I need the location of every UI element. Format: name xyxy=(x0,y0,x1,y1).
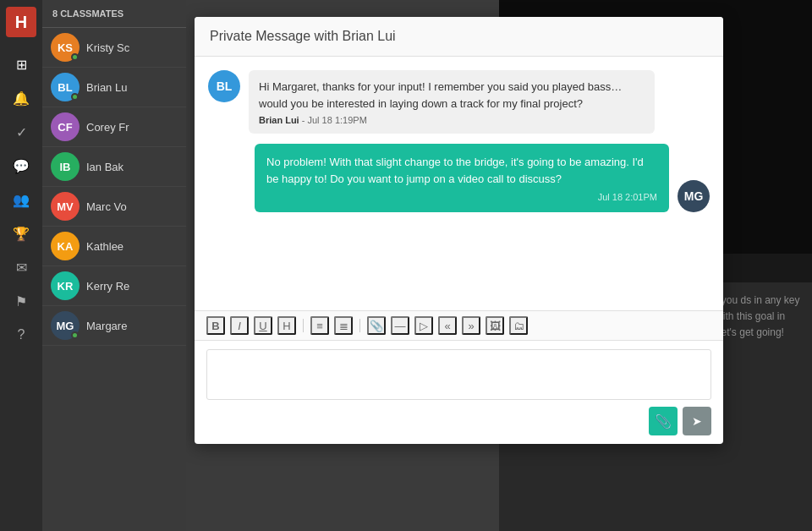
main-content: CC 🔊 ⚙ ⛶ n an ensemble e ability to play… xyxy=(186,0,812,531)
classmate-item-marc[interactable]: MVMarc Vo xyxy=(42,187,186,227)
ordered-list-button[interactable]: ≣ xyxy=(334,316,353,335)
logo-letter: H xyxy=(15,13,27,32)
home-nav-icon[interactable]: ⊞ xyxy=(6,49,36,79)
outgoing-avatar: MG xyxy=(678,180,710,212)
hr-button[interactable]: — xyxy=(391,316,409,335)
pm-formatting-toolbar: B I U H ≡ ≣ 📎 — ▷ « » 🖼 🗂 xyxy=(195,310,723,341)
mail-nav-icon[interactable]: ✉ xyxy=(6,252,36,282)
classmate-item-kathleen[interactable]: KAKathlee xyxy=(42,227,186,266)
classmate-name-kristy: Kristy Sc xyxy=(86,41,129,54)
bullet-list-button[interactable]: ≡ xyxy=(310,316,329,335)
classmate-item-brian[interactable]: BLBrian Lu xyxy=(42,68,186,107)
avatar-wrap-margaret: MG xyxy=(51,311,80,340)
avatar-marc: MV xyxy=(51,192,80,221)
pm-input-area: 📎 ➤ xyxy=(195,341,723,444)
flag-nav-icon[interactable]: ⚑ xyxy=(6,286,36,316)
toolbar-separator-1 xyxy=(303,319,304,332)
notifications-nav-icon[interactable]: 🔔 xyxy=(6,83,36,113)
indent-left-button[interactable]: « xyxy=(438,316,457,335)
left-nav: H ⊞ 🔔 ✓ 💬 👥 🏆 ✉ ⚑ ? xyxy=(0,0,42,531)
incoming-bubble: Hi Margaret, thanks for your input! I re… xyxy=(249,70,655,134)
classmate-name-kerry: Kerry Re xyxy=(86,280,129,293)
online-indicator-brian xyxy=(71,93,79,101)
incoming-date: Jul 18 xyxy=(307,115,332,125)
outgoing-message-meta: Jul 18 2:01PM xyxy=(266,192,657,202)
classmate-item-corey[interactable]: CFCorey Fr xyxy=(42,107,186,147)
classmate-name-corey: Corey Fr xyxy=(86,121,129,134)
avatar-ian: IB xyxy=(51,152,80,181)
pm-modal-title: Private Message with Brian Lui xyxy=(210,29,396,43)
avatar-wrap-corey: CF xyxy=(51,112,80,141)
classmates-list: KSKristy ScBLBrian LuCFCorey FrIBIan Bak… xyxy=(42,28,186,346)
incoming-message: BL Hi Margaret, thanks for your input! I… xyxy=(208,70,710,134)
incoming-time: 1:19PM xyxy=(335,115,367,125)
avatar-corey: CF xyxy=(51,112,80,141)
avatar-wrap-kerry: KR xyxy=(51,271,80,300)
pm-modal-header: Private Message with Brian Lui xyxy=(195,17,723,57)
check-nav-icon[interactable]: ✓ xyxy=(6,117,36,147)
image-button[interactable]: 🖼 xyxy=(486,316,504,335)
italic-button[interactable]: I xyxy=(230,316,249,335)
avatar-wrap-brian: BL xyxy=(51,73,80,101)
outgoing-message-text: No problem! With that slight change to t… xyxy=(266,154,657,187)
play-button[interactable]: ▷ xyxy=(414,316,433,335)
classmate-item-margaret[interactable]: MGMargare xyxy=(42,306,186,346)
help-nav-icon[interactable]: ? xyxy=(6,320,36,350)
chat-nav-icon[interactable]: 💬 xyxy=(6,151,36,181)
underline-button[interactable]: U xyxy=(254,316,272,335)
avatar-wrap-kristy: KS xyxy=(51,33,80,62)
classmate-name-ian: Ian Bak xyxy=(86,161,123,173)
classmate-item-ian[interactable]: IBIan Bak xyxy=(42,147,186,187)
online-indicator-kristy xyxy=(71,53,79,61)
avatar-wrap-marc: MV xyxy=(51,192,80,221)
sidebar-header: 8 CLASSMATES xyxy=(42,0,186,28)
folder-button[interactable]: 🗂 xyxy=(509,316,528,335)
bold-button[interactable]: B xyxy=(206,316,225,335)
indent-right-button[interactable]: » xyxy=(462,316,480,335)
avatar-kerry: KR xyxy=(51,271,80,300)
heading-button[interactable]: H xyxy=(277,316,296,335)
incoming-message-text: Hi Margaret, thanks for your input! I re… xyxy=(259,79,645,112)
avatar-wrap-ian: IB xyxy=(51,152,80,181)
toolbar-separator-2 xyxy=(359,319,360,332)
sender-avatar: BL xyxy=(208,70,240,102)
group-nav-icon[interactable]: 👥 xyxy=(6,184,36,215)
classmate-name-kathleen: Kathlee xyxy=(86,240,123,253)
avatar-kathleen: KA xyxy=(51,232,80,260)
attach-button[interactable]: 📎 xyxy=(649,407,678,435)
classmate-item-kerry[interactable]: KRKerry Re xyxy=(42,266,186,306)
send-button[interactable]: ➤ xyxy=(683,407,711,435)
classmate-name-marc: Marc Vo xyxy=(86,200,127,213)
online-indicator-margaret xyxy=(71,331,79,339)
pm-message-input[interactable] xyxy=(206,349,711,400)
avatar-wrap-kathleen: KA xyxy=(51,232,80,260)
classmate-item-kristy[interactable]: KSKristy Sc xyxy=(42,28,186,68)
pm-send-actions: 📎 ➤ xyxy=(206,407,711,435)
classmate-name-brian: Brian Lu xyxy=(86,81,127,94)
outgoing-time: 2:01PM xyxy=(625,192,657,202)
trophy-nav-icon[interactable]: 🏆 xyxy=(6,218,36,249)
attachment-toolbar-button[interactable]: 📎 xyxy=(367,316,386,335)
outgoing-message: No problem! With that slight change to t… xyxy=(208,144,710,212)
sender-name: Brian Lui xyxy=(259,115,299,125)
app-logo: H xyxy=(6,7,36,37)
outgoing-bubble: No problem! With that slight change to t… xyxy=(255,144,669,212)
classmates-sidebar: 8 CLASSMATES KSKristy ScBLBrian LuCFCore… xyxy=(42,0,186,531)
classmate-name-margaret: Margare xyxy=(86,320,127,332)
private-message-modal: Private Message with Brian Lui BL Hi Mar… xyxy=(195,17,723,444)
pm-message-list: BL Hi Margaret, thanks for your input! I… xyxy=(195,57,723,310)
incoming-message-meta: Brian Lui - Jul 18 1:19PM xyxy=(259,115,645,125)
outgoing-date: Jul 18 xyxy=(598,192,623,202)
